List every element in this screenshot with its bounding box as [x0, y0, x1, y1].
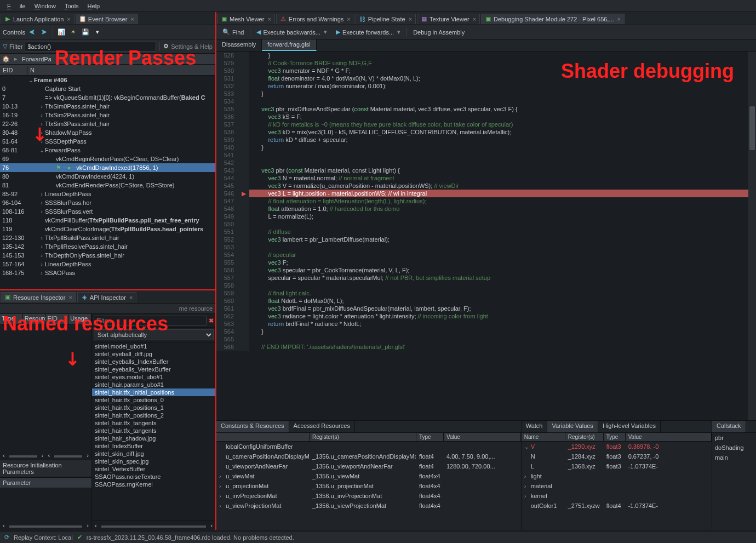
event-row[interactable]: 85-92›LinearDepthPass: [0, 190, 215, 198]
code-scrollbar[interactable]: [748, 52, 756, 420]
close-icon[interactable]: ×: [473, 16, 476, 22]
resource-item[interactable]: SSAOPass.noiseTexture: [92, 473, 215, 481]
code-line[interactable]: 528 }: [216, 52, 756, 59]
code-line[interactable]: 557 specular = specular * material.specu…: [216, 274, 756, 282]
tab-constants[interactable]: Constants & Resources: [216, 421, 289, 432]
debug-asm-button[interactable]: Debug in Assembly: [409, 27, 468, 37]
event-row[interactable]: 76⚑ ─●─ vkCmdDrawIndexed(17856, 1): [0, 163, 215, 172]
event-row[interactable]: 81vkCmdEndRenderPass(C=Store, DS=Store): [0, 181, 215, 190]
rs-col[interactable]: Usage: [68, 314, 91, 324]
code-line[interactable]: 538 vec3 kD = mix(vec3(1.0) - kS, METALL…: [216, 128, 756, 136]
code-line[interactable]: 559 // final light calc.: [216, 289, 756, 297]
breadcrumb-forwardpass[interactable]: ForwardPa: [20, 55, 54, 64]
find-button[interactable]: 🔍 Find: [219, 27, 248, 37]
step-back-icon[interactable]: ⮜: [27, 27, 37, 37]
rs-filter-input[interactable]: [94, 316, 207, 325]
close-icon[interactable]: ×: [67, 16, 70, 22]
execute-fwd-button[interactable]: ▶ Execute forwards... ▾: [332, 27, 404, 37]
code-line[interactable]: 543 vec3 pbr (const Material material, c…: [216, 167, 756, 174]
execute-back-button[interactable]: ◀ Execute backwards... ▾: [253, 27, 331, 37]
event-row[interactable]: 80vkCmdDrawIndexed(4224, 1): [0, 172, 215, 181]
col-value[interactable]: Value: [444, 433, 521, 441]
scroll-hint-3[interactable]: ‹›: [92, 521, 215, 530]
event-row[interactable]: 16-19›TfxSim2Pass.sintel_hair: [0, 111, 215, 119]
dropdown-icon[interactable]: ▾: [93, 27, 102, 37]
tab-pipeline-state[interactable]: ⛓Pipeline State×: [356, 14, 416, 24]
resource-item[interactable]: sintel_hair.tfx_initial_positions: [92, 388, 215, 396]
event-row[interactable]: 122-130›TfxPpllBuildPass.sintel_hair: [0, 233, 215, 242]
event-row[interactable]: 157-164›LinearDepthPass: [0, 260, 215, 268]
scrollbar-thumb[interactable]: [749, 106, 755, 150]
resource-item[interactable]: sintel_hair_shadow.jpg: [92, 435, 215, 442]
event-row[interactable]: 0Capture Start: [0, 84, 215, 93]
code-line[interactable]: 565: [216, 335, 756, 343]
close-icon[interactable]: ×: [68, 294, 72, 301]
callstack-item[interactable]: main: [712, 453, 756, 462]
resource-item[interactable]: sintel_hair.tfx_tangents: [92, 427, 215, 435]
resource-list[interactable]: sintel.model_ubo#1sintel_eyeball_diff.jp…: [92, 342, 215, 521]
chart-icon[interactable]: 📊: [56, 27, 66, 37]
event-row[interactable]: 119vkCmdClearColorImage(TfxPpllBuildPass…: [0, 225, 215, 233]
code-line[interactable]: 549 L = normalize(L);: [216, 213, 756, 220]
code-line[interactable]: 550: [216, 220, 756, 228]
constant-row[interactable]: u_viewportAndNearFar_1356.u_viewportAndN…: [216, 461, 521, 471]
code-line[interactable]: 544 vec3 N = material.normal; // normal …: [216, 174, 756, 182]
tab-api-inspector[interactable]: ◈API Inspector×: [77, 292, 136, 302]
code-line[interactable]: 539 return kD * diffuse + specular;: [216, 136, 756, 144]
col-registers[interactable]: Register(s): [310, 433, 416, 441]
constant-row[interactable]: › u_viewProjectionMat_1356.u_viewProject…: [216, 501, 521, 511]
tab-mesh-viewer[interactable]: ▣Mesh Viewer×: [217, 14, 275, 24]
event-row[interactable]: 30-48›ShadowMapPass: [0, 128, 215, 137]
event-row[interactable]: 145-153›TfxDepthOnlyPass.sintel_hair: [0, 251, 215, 260]
constant-row[interactable]: › u_invProjectionMat_1356.u_invProjectio…: [216, 491, 521, 501]
resource-item[interactable]: sintel.model_ubo#1: [92, 342, 215, 350]
code-line[interactable]: 547 // float attenuation = lightAttenuat…: [216, 197, 756, 205]
tab-shader-file[interactable]: forward.frag.glsl: [262, 39, 316, 51]
code-line[interactable]: 536 vec3 kS = F;: [216, 113, 756, 121]
tab-debugging-shader-module-[interactable]: ▣Debugging Shader Module 272 - Pixel 656…: [481, 14, 625, 24]
menu-tools[interactable]: Tools: [60, 1, 83, 11]
code-line[interactable]: 534: [216, 98, 756, 105]
resource-item[interactable]: sintel_skin_diff.jpg: [92, 450, 215, 458]
clear-filter-icon[interactable]: ✖: [209, 317, 214, 324]
resource-item[interactable]: sintel_eyeballs_IndexBuffer: [92, 358, 215, 365]
code-line[interactable]: 558: [216, 282, 756, 289]
code-line[interactable]: 555 vec3 F;: [216, 259, 756, 266]
resource-item[interactable]: sintel_hair.tfx_positions_1: [92, 404, 215, 411]
code-line[interactable]: 551 // diffuse: [216, 228, 756, 236]
code-line[interactable]: 566 // END IMPORT: './assets/shaders\\ma…: [216, 343, 756, 351]
code-editor[interactable]: 528 }529 // Cook-Torrance BRDF using NDF…: [216, 52, 756, 420]
code-line[interactable]: 537 // kD for metalics is ~0 (means they…: [216, 121, 756, 128]
resource-item[interactable]: sintel_eyeball_diff.jpg: [92, 350, 215, 358]
variable-row[interactable]: N_1284.xyzfloat30.67237, -0: [522, 451, 712, 461]
col-eid[interactable]: EID: [0, 66, 27, 75]
constant-row[interactable]: › u_viewMat_1356.u_viewMatfloat4x4: [216, 471, 521, 481]
code-line[interactable]: 532 return numerator / max(denominator, …: [216, 82, 756, 90]
resource-item[interactable]: sintel_hair.tfx_positions_2: [92, 411, 215, 419]
code-line[interactable]: 548 float attenuation = 1.0; // hardcode…: [216, 205, 756, 213]
event-row[interactable]: 69vkCmdBeginRenderPass(C=Clear, DS=Clear…: [0, 155, 215, 163]
variable-row[interactable]: ⌄V_1290.xyzfloat30.38978, -0: [522, 442, 712, 451]
resource-item[interactable]: sintel_IndexBuffer: [92, 442, 215, 450]
code-line[interactable]: 564 }: [216, 328, 756, 335]
code-line[interactable]: 529 // Cook-Torrance BRDF using NDF,G,F: [216, 59, 756, 67]
resource-item[interactable]: sintel_eyeballs_VertexBuffer: [92, 365, 215, 373]
tab-callstack[interactable]: Callstack: [712, 421, 746, 432]
resource-item[interactable]: sintel_hair.tfx_tangents: [92, 419, 215, 427]
resource-item[interactable]: sintel_skin_spec.jpg: [92, 458, 215, 465]
resource-item[interactable]: sintel_VertexBuffer: [92, 465, 215, 473]
code-line[interactable]: 530 vec3 numerator = NDF * G * F;: [216, 67, 756, 75]
event-row[interactable]: 96-104›SSSBlurPass.hor: [0, 198, 215, 207]
rs-sort-select[interactable]: Sort alphabetically: [94, 329, 214, 340]
chevron-down-icon[interactable]: ▾: [397, 28, 400, 36]
code-line[interactable]: 546 vec3 L = light.position - material.p…: [216, 190, 756, 197]
tab-variable-values[interactable]: Variable Values: [547, 421, 598, 432]
code-line[interactable]: 556 vec3 specular = pbr_CookTorrance(mat…: [216, 266, 756, 274]
variable-row[interactable]: outColor1_2751.xyzwfloat4-1.07374E-: [522, 501, 712, 511]
frame-row[interactable]: ⌄Frame #406: [0, 76, 215, 84]
tab-watch[interactable]: Watch: [522, 421, 548, 432]
event-row[interactable]: 108-116›SSSBlurPass.vert: [0, 207, 215, 216]
gear-icon[interactable]: ⚙: [163, 43, 169, 50]
close-icon[interactable]: ×: [409, 16, 412, 22]
code-line[interactable]: 552 vec3 lambert = pbr_LambertDiffuse(ma…: [216, 236, 756, 243]
